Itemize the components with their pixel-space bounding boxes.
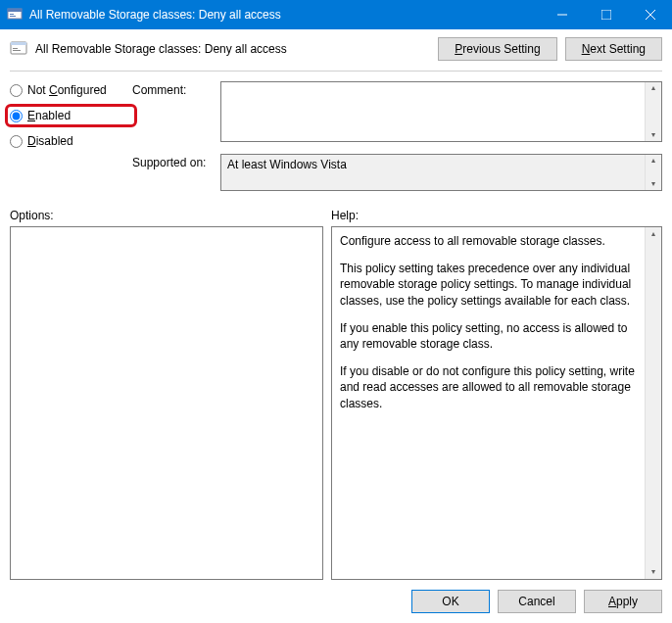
radio-label: Disabled (27, 134, 73, 148)
apply-button[interactable]: Apply (584, 590, 662, 613)
help-text: If you disable or do not configure this … (340, 363, 637, 411)
separator (10, 71, 662, 72)
radio-disabled[interactable]: Disabled (10, 134, 132, 148)
header-row: All Removable Storage classes: Deny all … (10, 37, 662, 61)
radio-label: Enabled (27, 109, 71, 122)
comment-input[interactable]: ▴ ▾ (220, 81, 662, 142)
titlebar: All Removable Storage classes: Deny all … (0, 0, 672, 29)
radio-label: Not Configured (27, 83, 107, 97)
svg-rect-1 (8, 9, 22, 12)
supported-on-label: Supported on: (132, 154, 220, 191)
supported-on-value: At least Windows Vista (221, 155, 645, 190)
options-label: Options: (10, 209, 331, 222)
svg-rect-9 (11, 42, 26, 45)
page-title: All Removable Storage classes: Deny all … (35, 42, 430, 56)
supported-on-box: At least Windows Vista ▴ ▾ (220, 154, 662, 191)
minimize-button[interactable] (540, 0, 584, 29)
svg-rect-5 (601, 10, 611, 20)
help-content: Configure access to all removable storag… (332, 227, 645, 579)
scroll-down-icon: ▾ (651, 178, 655, 190)
help-panel: Configure access to all removable storag… (331, 226, 662, 580)
scrollbar: ▴ ▾ (645, 155, 661, 190)
help-text: If you enable this policy setting, no ac… (340, 320, 637, 352)
options-panel (10, 226, 323, 580)
radio-not-configured[interactable]: Not Configured (10, 83, 132, 97)
svg-rect-2 (10, 14, 14, 15)
maximize-button[interactable] (584, 0, 628, 29)
scrollbar[interactable]: ▴ ▾ (645, 82, 661, 141)
scroll-down-icon: ▾ (651, 129, 655, 141)
scroll-up-icon: ▴ (646, 227, 661, 241)
window-controls (540, 0, 672, 29)
radio-enabled[interactable]: Enabled (10, 109, 132, 122)
radio-not-configured-input[interactable] (10, 84, 23, 97)
close-button[interactable] (628, 0, 672, 29)
previous-setting-button[interactable]: Previous Setting (438, 37, 556, 61)
next-setting-button[interactable]: Next Setting (565, 37, 662, 61)
help-text: This policy setting takes precedence ove… (340, 261, 637, 309)
scroll-down-icon: ▾ (646, 565, 661, 579)
scroll-up-icon: ▴ (651, 82, 655, 94)
cancel-button[interactable]: Cancel (498, 590, 576, 613)
radio-disabled-input[interactable] (10, 135, 23, 148)
svg-rect-11 (13, 50, 21, 51)
app-icon (7, 7, 23, 23)
ok-button[interactable]: OK (411, 590, 490, 613)
scrollbar[interactable]: ▴ ▾ (645, 227, 661, 579)
svg-rect-10 (13, 48, 18, 49)
help-label: Help: (331, 209, 662, 222)
window-title: All Removable Storage classes: Deny all … (29, 8, 540, 22)
help-text: Configure access to all removable storag… (340, 233, 637, 249)
scroll-up-icon: ▴ (651, 155, 655, 167)
radio-enabled-input[interactable] (10, 110, 23, 122)
comment-label: Comment: (132, 81, 220, 142)
options-content (11, 227, 322, 579)
comment-value (221, 82, 645, 141)
svg-rect-3 (10, 16, 16, 17)
policy-icon (10, 40, 27, 58)
